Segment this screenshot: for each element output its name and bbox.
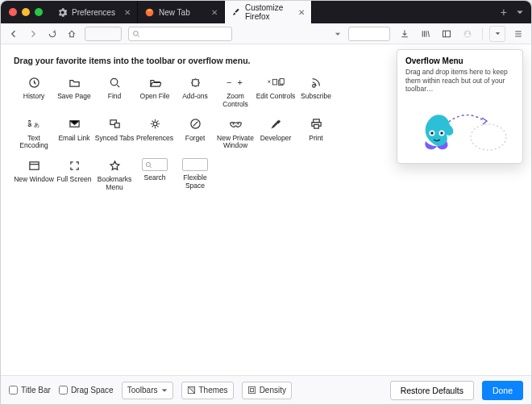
account-button[interactable] [459, 26, 476, 42]
titlebar-checkbox[interactable]: Title Bar [9, 386, 51, 395]
palette-item-label: Add-ons [182, 93, 208, 101]
library-button[interactable] [418, 26, 434, 42]
restore-defaults-button[interactable]: Restore Defaults [390, 381, 474, 400]
chevron-down-icon[interactable] [334, 30, 342, 38]
print-icon [307, 117, 325, 132]
palette-item-label: Flexible Space [175, 174, 215, 190]
select-label: Toolbars [127, 386, 158, 395]
palette-item-label: History [23, 93, 44, 101]
flex-space-icon [182, 158, 208, 171]
palette-item-fullscreen[interactable]: Full Screen [54, 158, 94, 192]
window-controls [1, 1, 51, 23]
palette-item-synced[interactable]: Synced Tabs [94, 117, 135, 151]
palette-item-preferences[interactable]: Preferences [135, 117, 175, 151]
synced-icon [106, 117, 123, 132]
palette-item-history[interactable]: History [14, 75, 54, 109]
svg-rect-31 [250, 388, 253, 391]
zoom-window-button[interactable] [35, 8, 43, 16]
palette-item-print[interactable]: Print [296, 117, 336, 151]
svg-point-17 [232, 123, 234, 124]
customize-footer: Title Bar Drag Space Toolbars Themes Den… [1, 375, 531, 404]
checkbox-input[interactable] [59, 386, 68, 395]
keyword-search[interactable] [348, 27, 390, 41]
tab-strip: Preferences ✕ New Tab ✕ Customize Firefo… [1, 1, 531, 23]
close-icon[interactable]: ✕ [211, 8, 218, 17]
back-button[interactable] [6, 26, 22, 42]
tabstrip-end: + [494, 1, 531, 23]
svg-point-28 [440, 132, 443, 135]
dragspace-checkbox[interactable]: Drag Space [59, 386, 114, 395]
overflow-menu-button[interactable] [489, 26, 505, 42]
svg-rect-30 [248, 386, 255, 393]
palette-item-label: Save Page [57, 93, 91, 101]
density-button[interactable]: Density [242, 382, 292, 399]
url-bar[interactable] [85, 27, 122, 41]
palette-item-openfile[interactable]: Open File [135, 75, 175, 109]
svg-rect-9 [280, 79, 284, 85]
themes-button[interactable]: Themes [181, 382, 234, 399]
palette-item-label: Open File [140, 93, 170, 101]
app-menu-button[interactable] [510, 26, 526, 42]
checkbox-label: Drag Space [71, 386, 114, 395]
palette-item-forget[interactable]: Forget [175, 117, 215, 151]
palette-item-newwindow[interactable]: New Window [14, 158, 54, 192]
palette-item-bookmarks[interactable]: Bookmarks Menu [94, 158, 135, 192]
downloads-button[interactable] [397, 26, 413, 42]
palette-item-find[interactable]: Find [94, 75, 135, 109]
sidebar-button[interactable] [438, 26, 455, 42]
gear-icon [57, 7, 67, 17]
palette-item-savepage[interactable]: Save Page [54, 75, 94, 109]
palette-item-encoding[interactable]: ǟあ Text Encoding [14, 117, 54, 151]
home-button[interactable] [64, 26, 80, 42]
palette-item-emaillink[interactable]: Email Link [54, 117, 94, 151]
search-icon [106, 75, 123, 90]
done-button[interactable]: Done [482, 381, 523, 400]
palette-item-private[interactable]: New Private Window [215, 117, 256, 151]
reload-button[interactable] [44, 26, 60, 42]
new-tab-button[interactable]: + [501, 6, 507, 19]
tab-customize[interactable]: Customize Firefox ✕ [225, 1, 312, 23]
firefox-icon [144, 7, 154, 17]
checkbox-input[interactable] [9, 386, 18, 395]
overflow-panel[interactable]: Overflow Menu Drag and drop items here t… [397, 49, 523, 164]
window-icon [25, 158, 43, 173]
palette-item-label: Zoom Controls [215, 93, 256, 109]
folder-open-icon [146, 75, 164, 90]
tab-preferences[interactable]: Preferences ✕ [51, 1, 138, 23]
palette-item-label: Subscribe [301, 93, 331, 101]
svg-rect-22 [29, 161, 38, 169]
brush-icon [231, 7, 240, 17]
tab-label: Preferences [72, 8, 115, 17]
customize-main: Drag your favorite items into the toolba… [1, 44, 531, 375]
svg-point-4 [467, 31, 469, 34]
minimize-window-button[interactable] [22, 8, 30, 16]
palette-item-edit[interactable]: Edit Controls [256, 75, 296, 109]
search-bar[interactable] [128, 27, 232, 41]
palette-item-search[interactable]: Search [135, 158, 175, 192]
all-tabs-button[interactable] [515, 7, 525, 17]
palette-item-label: New Window [14, 176, 54, 184]
close-icon[interactable]: ✕ [298, 8, 305, 17]
rss-icon [307, 75, 325, 90]
palette-item-label: Forget [185, 135, 206, 143]
toolbars-select[interactable]: Toolbars [122, 382, 173, 399]
palette-item-developer[interactable]: Developer [256, 117, 296, 151]
palette-item-subscribe[interactable]: Subscribe [296, 75, 336, 109]
palette-item-label: Search [144, 174, 166, 182]
button-label: Restore Defaults [401, 386, 463, 395]
close-icon[interactable]: ✕ [124, 8, 131, 17]
palette-item-label: Find [108, 93, 122, 101]
chevron-down-icon [161, 387, 168, 394]
button-label: Themes [199, 386, 228, 395]
checkbox-label: Title Bar [21, 386, 51, 395]
palette-item-flexspace[interactable]: Flexible Space [175, 158, 215, 192]
svg-point-26 [430, 132, 434, 135]
forward-button[interactable] [25, 26, 41, 42]
svg-point-23 [146, 162, 150, 166]
palette-item-zoom[interactable]: − + Zoom Controls [215, 75, 256, 109]
svg-point-1 [134, 31, 139, 35]
tab-newtab[interactable]: New Tab ✕ [138, 1, 225, 23]
close-window-button[interactable] [9, 8, 17, 16]
palette-item-addons[interactable]: Add-ons [175, 75, 215, 109]
search-icon [132, 30, 140, 38]
